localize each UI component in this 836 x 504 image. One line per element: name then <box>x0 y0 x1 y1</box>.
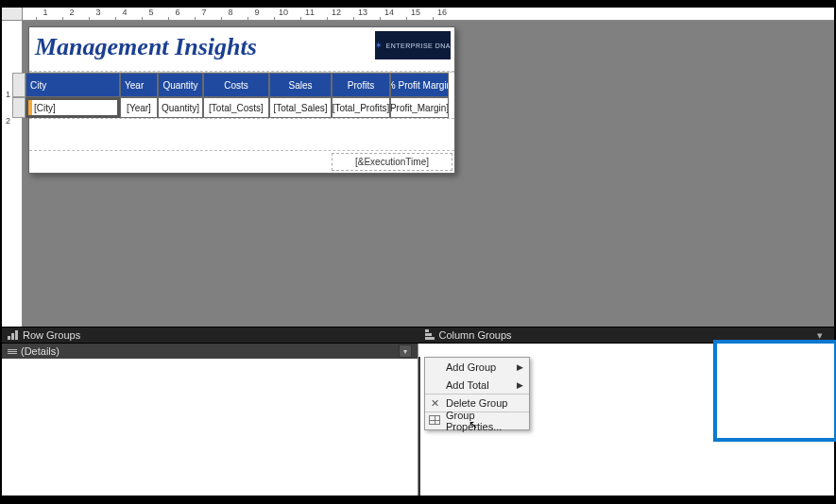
menu-add-group[interactable]: Add Group ▶ <box>425 358 529 376</box>
enterprise-dna-logo[interactable]: ✶ ENTERPRISE DNA <box>375 31 451 59</box>
groups-pane-chevron-icon[interactable]: ▾ <box>817 329 828 342</box>
delete-icon: ✕ <box>428 397 441 410</box>
ruler-mark: 16 <box>437 8 447 17</box>
groups-pane-header: Row Groups Column Groups ▾ <box>2 327 834 344</box>
execution-time-placeholder[interactable]: [&ExecutionTime] <box>332 153 452 171</box>
report-body[interactable]: Management Insights ✶ ENTERPRISE DNA Cit… <box>28 26 455 174</box>
groups-splitter[interactable] <box>418 357 420 496</box>
submenu-arrow-icon: ▶ <box>517 380 523 390</box>
group-context-menu: Add Group ▶ Add Total ▶ ✕ Delete Group G… <box>424 357 530 430</box>
submenu-arrow-icon: ▶ <box>517 362 523 372</box>
col-header-costs[interactable]: Costs <box>203 73 269 97</box>
column-groups-panel[interactable]: Add Group ▶ Add Total ▶ ✕ Delete Group G… <box>418 344 834 496</box>
col-header-year[interactable]: Year <box>120 73 158 97</box>
ruler-mark: 5 <box>148 8 153 17</box>
properties-icon <box>428 415 441 427</box>
ruler-mark: 10 <box>279 8 288 17</box>
cell-sales[interactable]: [Total_Sales] <box>269 97 332 118</box>
ruler-mark: 4 <box>122 8 127 17</box>
row-groups-panel[interactable]: (Details) ▾ <box>2 344 418 496</box>
vertical-ruler: 12 <box>2 21 23 327</box>
logo-star-icon: ✶ <box>375 41 384 50</box>
row-groups-label: Row Groups <box>23 329 80 341</box>
cell-profits[interactable]: [Total_Profits] <box>332 97 390 118</box>
logo-text: ENTERPRISE DNA <box>386 42 451 49</box>
tablix-header-row[interactable]: City Year Quantity Costs Sales Profits %… <box>26 73 454 97</box>
tutorial-highlight-box <box>713 340 836 442</box>
tablix-row-handles[interactable] <box>12 73 26 118</box>
col-header-quantity[interactable]: Quantity <box>158 73 203 97</box>
col-header-sales[interactable]: Sales <box>269 73 332 97</box>
cell-costs[interactable]: [Total_Costs] <box>203 97 269 118</box>
ruler-mark: 12 <box>332 8 341 17</box>
report-title[interactable]: Management Insights <box>29 27 371 71</box>
groups-pane: (Details) ▾ Add Group ▶ Add Total ▶ ✕ De… <box>2 344 834 496</box>
menu-group-properties[interactable]: Group Properties... ↖ <box>425 412 529 429</box>
ruler-mark: 13 <box>358 8 367 17</box>
ruler-mark: 6 <box>175 8 179 17</box>
col-header-profits[interactable]: Profits <box>332 73 390 97</box>
ruler-mark: 1 <box>43 8 47 17</box>
cell-quantity[interactable]: Quantity] <box>158 97 203 118</box>
cell-profit-margin[interactable]: Profit_Margin] <box>390 97 449 118</box>
report-footer[interactable]: [&ExecutionTime] <box>29 150 454 173</box>
tablix-detail-row[interactable]: [City] [Year] Quantity] [Total_Costs] [T… <box>26 97 454 118</box>
column-groups-icon <box>425 329 435 341</box>
details-group-icon <box>8 349 17 354</box>
row-group-details[interactable]: (Details) ▾ <box>2 344 418 359</box>
cell-city[interactable]: [City] <box>26 97 120 118</box>
ruler-mark: 7 <box>201 8 206 17</box>
ruler-mark: 9 <box>254 8 259 17</box>
menu-add-total[interactable]: Add Total ▶ <box>425 376 529 394</box>
vruler-mark: 1 <box>6 90 10 99</box>
tablix[interactable]: City Year Quantity Costs Sales Profits %… <box>29 72 454 118</box>
row-groups-icon <box>8 330 19 340</box>
row-handle-detail[interactable] <box>12 97 26 118</box>
horizontal-ruler: 12345678910111213141516 <box>2 8 834 21</box>
details-group-label: (Details) <box>21 345 60 357</box>
ruler-mark: 8 <box>228 8 232 17</box>
ruler-mark: 3 <box>95 8 100 17</box>
ruler-mark: 11 <box>305 8 315 17</box>
col-header-profit-margin[interactable]: % Profit Margin <box>390 73 449 97</box>
cell-year[interactable]: [Year] <box>120 97 158 118</box>
ruler-mark: 2 <box>69 8 74 17</box>
ruler-mark: 14 <box>384 8 394 17</box>
column-groups-label: Column Groups <box>439 329 512 341</box>
vruler-mark: 2 <box>6 116 10 126</box>
row-handle-header[interactable] <box>12 73 26 97</box>
report-design-surface[interactable]: Management Insights ✶ ENTERPRISE DNA Cit… <box>23 21 834 327</box>
col-header-city[interactable]: City <box>26 73 120 97</box>
details-dropdown-button[interactable]: ▾ <box>399 344 412 358</box>
ruler-mark: 15 <box>411 8 420 17</box>
